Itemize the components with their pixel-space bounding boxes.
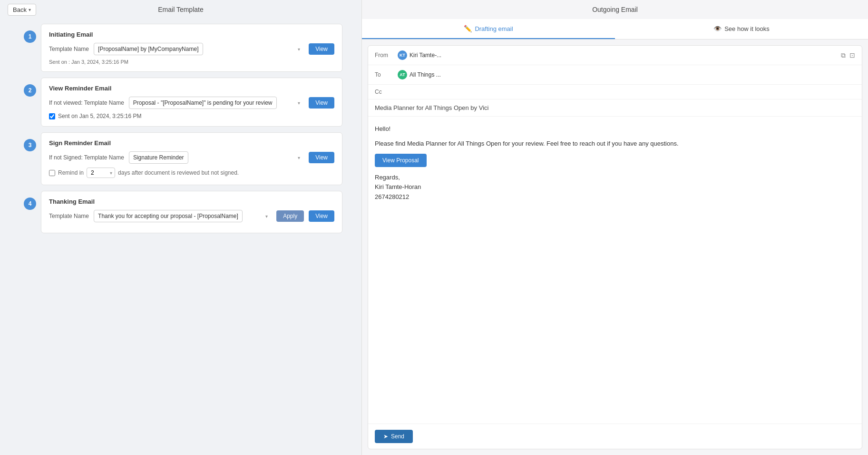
section-1-title: Initiating Email: [49, 31, 334, 38]
section-4-template-select[interactable]: Thank you for accepting our proposal - […: [94, 210, 243, 222]
email-subject: Media Planner for All Things Open by Vic…: [368, 99, 862, 117]
section-3-field-row: If not Signed: Template Name Signature R…: [49, 151, 334, 164]
edit-icon: ✏️: [464, 25, 472, 32]
back-button[interactable]: Back ▾: [8, 4, 36, 16]
section-2-title: View Reminder Email: [49, 85, 334, 92]
copy-icon[interactable]: ⧉: [841, 51, 846, 59]
section-3-field-label: If not Signed: Template Name: [49, 154, 124, 161]
send-icon: ➤: [383, 433, 388, 440]
section-3-template-select[interactable]: Signature Reminder: [129, 151, 188, 164]
email-header-icons: ⧉ ⊡: [841, 51, 855, 59]
send-button[interactable]: ➤ Send: [375, 430, 413, 443]
view-proposal-button[interactable]: View Proposal: [375, 154, 427, 167]
right-top-bar: Outgoing Email: [362, 0, 868, 19]
section-2-checkbox-row: Sent on Jan 5, 2024, 3:25:16 PM: [49, 113, 334, 119]
email-compose: From KT Kiri Tamte-... ⧉ ⊡ To AT All Thi…: [368, 45, 862, 449]
email-footer: ➤ Send: [368, 424, 862, 449]
section-2-field-row: If not viewed: Template Name Proposal - …: [49, 97, 334, 109]
left-top-bar: Back ▾ Email Template: [0, 0, 361, 19]
section-3-remind-suffix: days after document is reviewed but not …: [118, 169, 239, 176]
send-label: Send: [391, 433, 404, 440]
email-sender-phone: 2674280212: [375, 193, 409, 200]
email-from-chip: KT Kiri Tamte-...: [394, 49, 445, 61]
section-2-field-label: If not viewed: Template Name: [49, 99, 124, 106]
section-2-template-select[interactable]: Proposal - "[ProposalName]" is pending f…: [129, 97, 277, 109]
section-2-checkbox[interactable]: [49, 113, 55, 119]
section-2-select-wrapper[interactable]: Proposal - "[ProposalName]" is pending f…: [129, 97, 304, 109]
step-badge-1: 1: [24, 30, 36, 43]
to-avatar: AT: [398, 70, 407, 79]
section-4-wrapper: 4 Thanking Email Template Name Thank you…: [24, 191, 342, 233]
section-1-card: Initiating Email Template Name [Proposal…: [41, 24, 342, 72]
section-2-view-button[interactable]: View: [309, 97, 334, 109]
email-paragraph: Please find Media Planner for All Things…: [375, 139, 855, 149]
section-4-apply-button[interactable]: Apply: [276, 210, 304, 222]
section-3-view-button[interactable]: View: [309, 152, 334, 163]
step-badge-2: 2: [24, 84, 36, 97]
section-1-wrapper: 1 Initiating Email Template Name [Propos…: [24, 24, 342, 72]
step-badge-3: 3: [24, 139, 36, 151]
section-2-wrapper: 2 View Reminder Email If not viewed: Tem…: [24, 78, 342, 127]
section-4-select-wrapper[interactable]: Thank you for accepting our proposal - […: [94, 210, 272, 222]
step-badge-4: 4: [24, 198, 36, 210]
from-name: Kiri Tamte-...: [410, 52, 441, 59]
section-1-view-button[interactable]: View: [309, 43, 334, 55]
section-1-template-select[interactable]: [ProposalName] by [MyCompanyName]: [94, 43, 203, 55]
section-1-sent-info: Sent on : Jan 3, 2024, 3:25:16 PM: [49, 59, 334, 65]
section-1-select-wrapper[interactable]: [ProposalName] by [MyCompanyName]: [94, 43, 304, 55]
section-2-card: View Reminder Email If not viewed: Templ…: [41, 78, 342, 127]
email-from-row: From KT Kiri Tamte-... ⧉ ⊡: [368, 46, 862, 65]
email-to-label: To: [375, 71, 394, 78]
section-3-remind-select-wrapper[interactable]: 2 1 3 5 7: [87, 168, 115, 178]
sections-container: 1 Initiating Email Template Name [Propos…: [0, 19, 361, 455]
section-4-field-row: Template Name Thank you for accepting ou…: [49, 210, 334, 222]
section-3-remind-row: Remind in 2 1 3 5 7 days after document …: [49, 168, 334, 178]
section-3-remind-checkbox[interactable]: [49, 170, 55, 176]
email-to-chip: AT All Things ...: [394, 69, 445, 80]
section-2-checkbox-label: Sent on Jan 5, 2024, 3:25:16 PM: [58, 113, 141, 119]
email-regards: Regards, Kiri Tamte-Horan 2674280212: [375, 173, 855, 202]
section-1-field-row: Template Name [ProposalName] by [MyCompa…: [49, 43, 334, 55]
email-to-row: To AT All Things ...: [368, 65, 862, 85]
tab-see-how-it-looks[interactable]: 👁️ See how it looks: [615, 19, 868, 39]
to-name: All Things ...: [410, 71, 441, 78]
section-4-view-button[interactable]: View: [309, 210, 334, 222]
section-4-card: Thanking Email Template Name Thank you f…: [41, 191, 342, 233]
chevron-down-icon: ▾: [29, 7, 31, 12]
tab-see-label: See how it looks: [724, 25, 770, 32]
tabs-row: ✏️ Drafting email 👁️ See how it looks: [362, 19, 868, 40]
tab-drafting-email[interactable]: ✏️ Drafting email: [362, 19, 615, 39]
expand-icon[interactable]: ⊡: [849, 51, 855, 59]
section-3-remind-label: Remind in: [58, 169, 84, 176]
section-3-remind-days-select[interactable]: 2 1 3 5 7: [87, 168, 115, 178]
email-body: Hello! Please find Media Planner for All…: [368, 117, 862, 424]
section-4-field-label: Template Name: [49, 213, 89, 219]
section-3-title: Sign Reminder Email: [49, 139, 334, 147]
section-3-wrapper: 3 Sign Reminder Email If not Signed: Tem…: [24, 132, 342, 185]
email-cc-label: Cc: [375, 89, 394, 95]
section-3-card: Sign Reminder Email If not Signed: Templ…: [41, 132, 342, 185]
tab-drafting-label: Drafting email: [475, 25, 513, 32]
email-cc-row: Cc: [368, 85, 862, 99]
email-from-label: From: [375, 52, 394, 59]
back-label: Back: [13, 6, 27, 13]
from-avatar: KT: [398, 50, 407, 60]
right-title: Outgoing Email: [592, 6, 638, 13]
section-4-title: Thanking Email: [49, 198, 334, 205]
page-title: Email Template: [158, 6, 203, 13]
eye-icon: 👁️: [713, 25, 722, 32]
section-1-field-label: Template Name: [49, 46, 89, 52]
email-sender-name: Kiri Tamte-Horan: [375, 183, 421, 190]
email-greeting: Hello!: [375, 124, 855, 134]
section-3-select-wrapper[interactable]: Signature Reminder: [129, 151, 304, 164]
